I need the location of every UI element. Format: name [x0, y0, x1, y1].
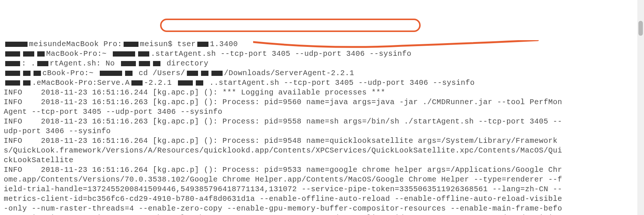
redaction-block [37, 51, 45, 57]
redaction-block [138, 51, 149, 57]
terminal-line: MacBook-Pro:~ .startAgent.sh --tcp-port … [4, 49, 566, 59]
redaction-block [125, 71, 133, 76]
redaction-block [121, 61, 136, 66]
terminal-line: INFO 2018-11-23 16:51:16.263 [kg.apc.p] … [4, 117, 566, 136]
terminal-text: ..startAgent.sh --tcp-port 3405 --udp-po… [205, 78, 475, 87]
redaction-block [37, 61, 48, 66]
redaction-block [34, 71, 41, 76]
terminal-line: INFO 2018-11-23 16:51:16.263 [kg.apc.p] … [4, 97, 566, 117]
redaction-block [100, 71, 122, 76]
terminal-text: directory [162, 59, 208, 68]
terminal-text: meisundeMacBook Pro: [29, 40, 122, 48]
terminal-text: .eMacBook-Pro:Serve.A [32, 78, 130, 87]
terminal-text: 1.3400 [210, 40, 238, 48]
redaction-block [113, 51, 135, 57]
terminal-line: INFO 2018-11-23 16:51:16.264 [kg.apc.p] … [4, 136, 566, 165]
redaction-block [197, 42, 208, 47]
redaction-block [5, 80, 20, 86]
terminal-text: : . [22, 59, 36, 68]
terminal-text: -2.2.1 [144, 78, 177, 87]
terminal-line: .eMacBook-Pro:Serve.A-2.2.1 ..startAgent… [4, 78, 566, 88]
redaction-block [196, 80, 203, 86]
redaction-block [5, 51, 20, 57]
scrollbar-thumb[interactable] [638, 21, 643, 36]
redaction-block [131, 80, 143, 86]
terminal-text: .startAgent.sh --tcp-port 3405 --udp-por… [151, 49, 411, 58]
terminal-text: INFO 2018-11-23 16:51:16.244 [kg.apc.p] … [4, 88, 385, 97]
redaction-block [139, 61, 150, 66]
terminal-text: INFO 2018-11-23 16:51:16.264 [kg.apc.p] … [4, 166, 562, 215]
redaction-block [124, 42, 138, 47]
redaction-block [23, 71, 31, 76]
scrollbar-track[interactable] [637, 0, 644, 215]
redaction-block [178, 80, 193, 86]
terminal-text: meisun$ tser [140, 40, 196, 48]
redaction-block [211, 71, 223, 76]
terminal-text: rtAgent.sh: No [50, 59, 120, 68]
terminal-output[interactable]: meisundeMacBook Pro:meisun$ tser1.3400Ma… [4, 39, 566, 215]
terminal-line: cBook-Pro:~ cd /Users//Downloads/ServerA… [4, 68, 566, 78]
terminal-text: cd /Users/ [134, 69, 185, 77]
redaction-block [5, 71, 20, 76]
redaction-block [5, 61, 20, 66]
terminal-text: INFO 2018-11-23 16:51:16.263 [kg.apc.p] … [4, 98, 562, 116]
redaction-block [23, 51, 34, 57]
redaction-block [23, 80, 31, 86]
redaction-block [5, 42, 28, 47]
terminal-line: : .rtAgent.sh: No directory [4, 59, 566, 68]
terminal-text: MacBook-Pro:~ [46, 49, 111, 58]
redaction-block [201, 71, 208, 76]
terminal-line: INFO 2018-11-23 16:51:16.264 [kg.apc.p] … [4, 165, 566, 215]
terminal-line: INFO 2018-11-23 16:51:16.244 [kg.apc.p] … [4, 88, 566, 97]
redaction-block [153, 61, 160, 66]
terminal-text: cBook-Pro:~ [42, 69, 98, 77]
redaction-block [187, 71, 198, 76]
terminal-line: meisundeMacBook Pro:meisun$ tser1.3400 [4, 39, 566, 49]
annotation-highlight-box [160, 19, 421, 32]
terminal-text: /Downloads/ServerAgent-2.2.1 [224, 69, 354, 77]
terminal-text: INFO 2018-11-23 16:51:16.263 [kg.apc.p] … [4, 117, 562, 135]
terminal-text: INFO 2018-11-23 16:51:16.264 [kg.apc.p] … [4, 137, 562, 164]
